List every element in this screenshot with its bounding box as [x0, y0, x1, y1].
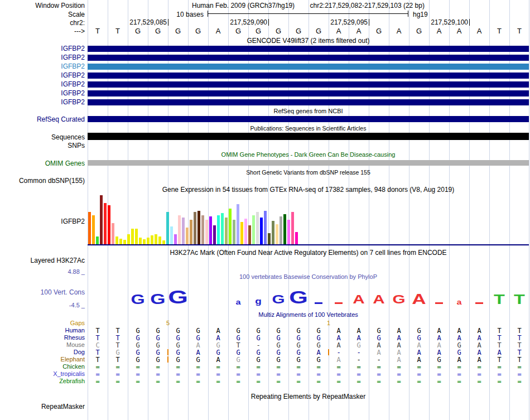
- gtex-expression-bar[interactable]: [221, 213, 224, 244]
- gtex-expression-bar[interactable]: [96, 236, 99, 244]
- refseq-gene-bar[interactable]: [88, 116, 529, 122]
- gtex-expression-bar[interactable]: [240, 222, 243, 244]
- species-label[interactable]: Human: [65, 327, 85, 334]
- gtex-expression-bar[interactable]: [100, 195, 103, 244]
- gtex-expression-bar[interactable]: [194, 212, 196, 244]
- gtex-expression-bar[interactable]: [225, 218, 228, 244]
- track-label-100-vert-cons[interactable]: 100 Vert. Cons: [41, 288, 85, 296]
- gtex-expression-bar[interactable]: [119, 239, 122, 244]
- gtex-expression-bar[interactable]: [272, 221, 274, 244]
- track-label-gencode-gene[interactable]: IGFBP2: [61, 98, 85, 106]
- species-label[interactable]: Dog: [74, 349, 85, 355]
- gtex-expression-bar[interactable]: [283, 214, 286, 244]
- gtex-expression-bar[interactable]: [170, 226, 173, 244]
- track-label-gencode-gene[interactable]: IGFBP2: [61, 62, 85, 70]
- gtex-expression-bar[interactable]: [217, 215, 220, 244]
- gtex-expression-bar[interactable]: [174, 234, 177, 244]
- gencode-gene-bar[interactable]: [88, 73, 529, 79]
- gtex-expression-bar[interactable]: [295, 232, 298, 244]
- gtex-expression-bar[interactable]: [186, 228, 189, 244]
- gencode-gene-bar[interactable]: [88, 99, 529, 105]
- gtex-expression-bar[interactable]: [190, 220, 192, 244]
- gencode-gene-bar[interactable]: [88, 64, 529, 70]
- position-title: chr2:217,529,082-217,529,103 (22 bp): [310, 2, 425, 9]
- track-label-refseq-curated[interactable]: RefSeq Curated: [37, 115, 85, 123]
- conservation-dash: [315, 302, 322, 304]
- track-label-gencode-gene[interactable]: IGFBP2: [61, 71, 85, 79]
- gencode-gene-bar[interactable]: [88, 81, 529, 88]
- gtex-expression-bar[interactable]: [260, 218, 263, 244]
- gtex-expression-bar[interactable]: [135, 229, 138, 244]
- track-label-snps[interactable]: SNPs: [68, 142, 85, 149]
- gtex-expression-bar[interactable]: [104, 203, 107, 244]
- gtex-expression-bar[interactable]: [248, 225, 251, 244]
- publications-sequence-bar[interactable]: [88, 133, 529, 140]
- gtex-expression-bar[interactable]: [182, 218, 185, 244]
- gtex-expression-bar[interactable]: [131, 229, 134, 244]
- species-label[interactable]: Elephant: [61, 356, 85, 363]
- gtex-expression-bar[interactable]: [237, 204, 239, 244]
- gencode-gene-bar[interactable]: [88, 90, 529, 96]
- ref-base: G: [268, 27, 288, 35]
- track-label-repeatmasker[interactable]: RepeatMasker: [41, 403, 85, 411]
- species-label[interactable]: Zebrafish: [59, 378, 85, 384]
- gtex-expression-bar[interactable]: [158, 236, 161, 244]
- gtex-expression-bar[interactable]: [268, 233, 271, 244]
- gtex-expression-bar[interactable]: [280, 216, 282, 244]
- alignment-base: A: [469, 341, 489, 349]
- gtex-expression-bar[interactable]: [209, 216, 212, 244]
- gtex-expression-bar[interactable]: [108, 205, 110, 244]
- gtex-expression-bar[interactable]: [264, 211, 267, 244]
- gtex-expression-bar[interactable]: [197, 211, 200, 244]
- gtex-expression-bar[interactable]: [143, 239, 146, 244]
- track-label-gencode-gene[interactable]: IGFBP2: [61, 89, 85, 97]
- gtex-expression-bar[interactable]: [162, 240, 165, 244]
- track-label-gtex-gene[interactable]: IGFBP2: [61, 218, 85, 225]
- omim-gene-bar[interactable]: [88, 160, 529, 166]
- scale-bar-line: [208, 13, 408, 14]
- species-label[interactable]: Mouse: [66, 341, 85, 348]
- gtex-expression-bar[interactable]: [139, 238, 142, 244]
- gtex-expression-bar[interactable]: [291, 212, 294, 244]
- track-label-gaps[interactable]: Gaps: [70, 320, 85, 326]
- gencode-gene-bar[interactable]: [88, 46, 529, 52]
- species-label[interactable]: Chicken: [62, 363, 85, 370]
- gtex-expression-bar[interactable]: [244, 219, 247, 244]
- conservation-letter: T: [494, 294, 505, 305]
- alignment-base: G: [208, 341, 228, 349]
- track-label-gencode-gene[interactable]: IGFBP2: [61, 45, 85, 52]
- gtex-expression-bar[interactable]: [151, 235, 153, 244]
- gtex-expression-bar[interactable]: [112, 223, 114, 244]
- gtex-expression-bar[interactable]: [233, 220, 235, 244]
- track-label-gencode-gene[interactable]: IGFBP2: [61, 54, 85, 61]
- gtex-expression-bar[interactable]: [147, 238, 150, 244]
- gtex-expression-bar[interactable]: [115, 236, 118, 244]
- track-label-gencode-gene[interactable]: IGFBP2: [61, 80, 85, 88]
- alignment-base: =: [409, 378, 429, 385]
- gtex-expression-bar[interactable]: [178, 215, 181, 244]
- track-label-common-dbsnp[interactable]: Common dbSNP(155): [19, 177, 85, 185]
- gtex-expression-bar[interactable]: [92, 215, 95, 244]
- gtex-expression-bar[interactable]: [256, 212, 259, 244]
- gtex-expression-bar[interactable]: [201, 215, 204, 244]
- alignment-base: =: [208, 363, 228, 371]
- gtex-expression-bar[interactable]: [287, 220, 290, 244]
- gtex-expression-bar[interactable]: [205, 220, 208, 244]
- species-label[interactable]: X_tropicalis: [53, 370, 85, 377]
- alignment-base: =: [228, 378, 248, 385]
- gtex-expression-bar[interactable]: [88, 212, 91, 244]
- gtex-expression-bar[interactable]: [166, 212, 169, 244]
- species-label[interactable]: Rhesus: [64, 334, 85, 341]
- gtex-expression-bar[interactable]: [155, 234, 157, 244]
- track-label-omim-genes[interactable]: OMIM Genes: [45, 160, 85, 167]
- gtex-expression-bar[interactable]: [276, 224, 278, 244]
- track-label-sequences[interactable]: Sequences: [51, 133, 85, 141]
- gencode-gene-bar[interactable]: [88, 55, 529, 61]
- track-label-layered-h3k27ac[interactable]: Layered H3K27Ac: [31, 257, 85, 264]
- gtex-expression-bar[interactable]: [127, 234, 130, 244]
- alignment-base: A: [369, 349, 389, 356]
- gtex-expression-bar[interactable]: [229, 209, 232, 244]
- gtex-expression-bar[interactable]: [252, 215, 255, 244]
- gtex-expression-bar[interactable]: [123, 240, 126, 244]
- gtex-expression-bar[interactable]: [213, 225, 216, 244]
